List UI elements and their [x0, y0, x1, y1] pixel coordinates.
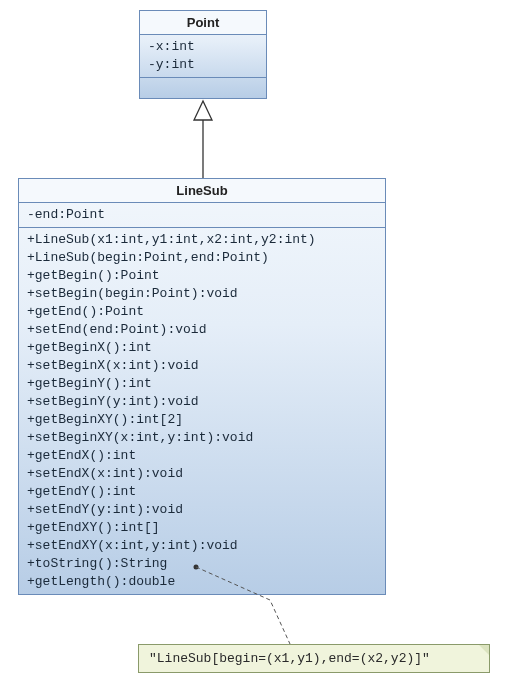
- operation: +LineSub(x1:int,y1:int,x2:int,y2:int): [27, 231, 377, 249]
- operation: +setEndX(x:int):void: [27, 465, 377, 483]
- uml-class-point: Point -x:int -y:int: [139, 10, 267, 99]
- operation: +getEndY():int: [27, 483, 377, 501]
- operation: +getBeginXY():int[2]: [27, 411, 377, 429]
- operation: +getEndXY():int[]: [27, 519, 377, 537]
- operation: +getBegin():Point: [27, 267, 377, 285]
- operation: +getEndX():int: [27, 447, 377, 465]
- svg-marker-1: [194, 101, 212, 120]
- class-name: Point: [140, 11, 266, 35]
- operation: +setEndXY(x:int,y:int):void: [27, 537, 377, 555]
- operation: +setEndY(y:int):void: [27, 501, 377, 519]
- operations-compartment: +LineSub(x1:int,y1:int,x2:int,y2:int) +L…: [19, 228, 385, 594]
- attributes-compartment: -x:int -y:int: [140, 35, 266, 78]
- attributes-compartment: -end:Point: [19, 203, 385, 228]
- operation: +getLength():double: [27, 573, 377, 591]
- class-name: LineSub: [19, 179, 385, 203]
- uml-class-linesub: LineSub -end:Point +LineSub(x1:int,y1:in…: [18, 178, 386, 595]
- operations-compartment: [140, 78, 266, 98]
- generalization-arrow: [194, 101, 212, 178]
- attribute: -end:Point: [27, 206, 377, 224]
- operation: +getBeginY():int: [27, 375, 377, 393]
- operation: +getBeginX():int: [27, 339, 377, 357]
- note-text: "LineSub[begin=(x1,y1),end=(x2,y2)]": [149, 651, 430, 666]
- operation: +setBeginY(y:int):void: [27, 393, 377, 411]
- operation: +LineSub(begin:Point,end:Point): [27, 249, 377, 267]
- operation: +setBeginXY(x:int,y:int):void: [27, 429, 377, 447]
- uml-note: "LineSub[begin=(x1,y1),end=(x2,y2)]": [138, 644, 490, 673]
- operation: +setEnd(end:Point):void: [27, 321, 377, 339]
- attribute: -y:int: [148, 56, 258, 74]
- operation: +setBeginX(x:int):void: [27, 357, 377, 375]
- operation: +setBegin(begin:Point):void: [27, 285, 377, 303]
- operation-tostring: +toString():String: [27, 555, 377, 573]
- attribute: -x:int: [148, 38, 258, 56]
- operation: +getEnd():Point: [27, 303, 377, 321]
